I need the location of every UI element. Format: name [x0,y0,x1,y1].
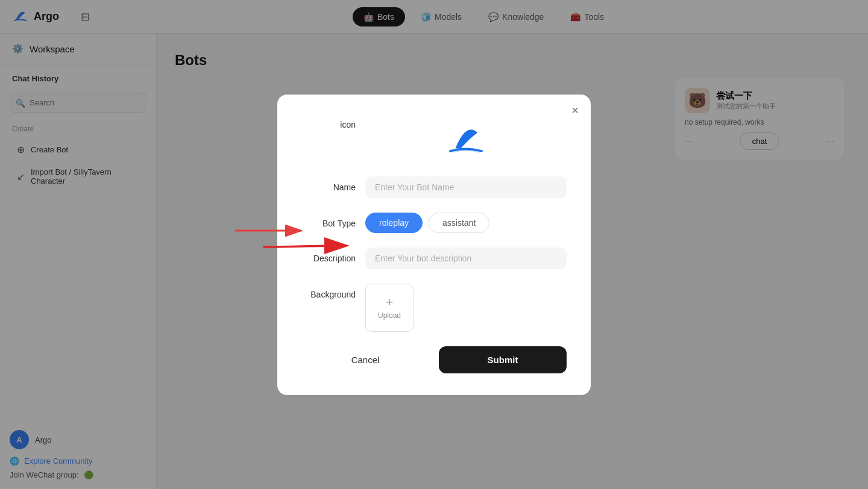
create-bot-modal: × icon Name Bot Type [277,95,591,395]
upload-button[interactable]: + Upload [365,284,414,332]
submit-button[interactable]: Submit [439,346,567,373]
description-input[interactable] [365,248,567,269]
name-control [365,176,567,198]
bot-type-control: roleplay assistant [365,213,567,233]
name-input[interactable] [365,176,567,198]
roleplay-button[interactable]: roleplay [365,213,423,233]
upload-plus-icon: + [386,296,394,309]
name-label: Name [301,176,356,192]
icon-label: icon [301,114,356,129]
modal-overlay: × icon Name Bot Type [0,0,868,489]
cancel-button[interactable]: Cancel [301,346,429,373]
description-control [365,248,567,269]
modal-footer: Cancel Submit [301,346,567,373]
background-label: Background [301,284,356,299]
assistant-button[interactable]: assistant [429,213,489,233]
background-control: + Upload [365,284,567,332]
background-row: Background + Upload [301,284,567,332]
bot-logo-icon [445,117,487,159]
icon-row: icon [301,114,567,162]
upload-label: Upload [378,311,401,320]
description-label: Description [301,248,356,263]
bot-type-label: Bot Type [301,213,356,228]
bot-type-group: roleplay assistant [365,213,567,233]
arrow-annotation [229,216,313,248]
close-button[interactable]: × [571,104,579,116]
name-row: Name [301,176,567,198]
description-row: Description [301,248,567,269]
icon-area[interactable] [365,114,567,162]
bot-type-row: Bot Type roleplay assistant [301,213,567,233]
